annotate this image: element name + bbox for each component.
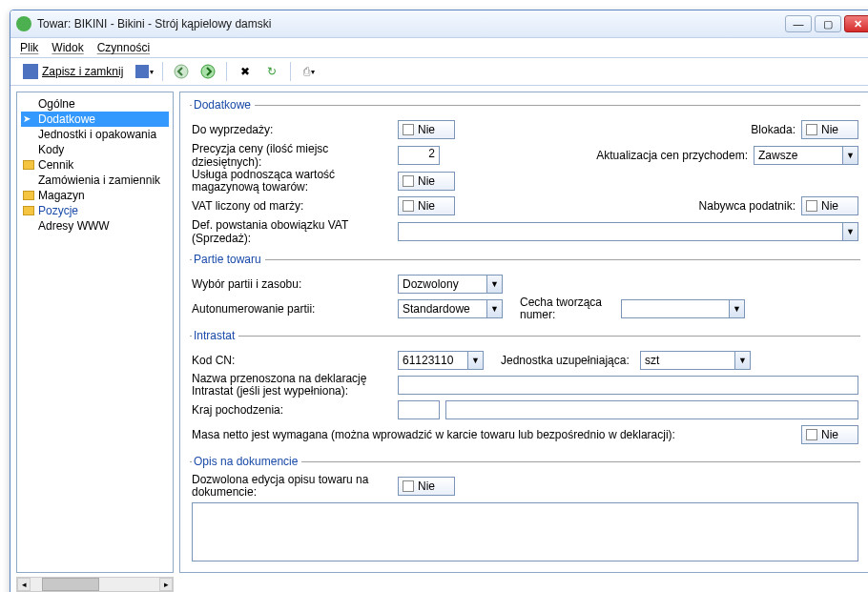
vat-marza-toggle[interactable]: Nie [398, 196, 455, 215]
kraj-label: Kraj pochodzenia: [192, 403, 392, 417]
save-and-close-button[interactable]: Zapisz i zamknij [18, 62, 128, 81]
vat-marza-label: VAT liczony od marży: [192, 199, 392, 213]
masa-toggle[interactable]: Nie [801, 425, 858, 444]
checkbox-icon [403, 175, 414, 187]
close-window-button[interactable]: ✕ [844, 15, 868, 32]
nav-back-button[interactable] [171, 61, 192, 82]
nav-item-dodatkowe[interactable]: ➤Dodatkowe [21, 112, 169, 127]
group-dodatkowe: Dodatkowe Do wyprzedaży: Nie Blokada: Ni… [190, 98, 860, 247]
nav-sidebar: Ogólne ➤Dodatkowe Jednostki i opakowania… [16, 92, 174, 573]
usluga-label: Usługa podnosząca wartość magazynową tow… [192, 169, 392, 194]
nav-current-arrow-icon: ➤ [23, 113, 31, 124]
wybor-partii-label: Wybór partii i zasobu: [192, 277, 392, 291]
refresh-button[interactable]: ↻ [261, 61, 282, 82]
menu-widok[interactable]: Widok [52, 41, 83, 54]
wybor-partii-combo[interactable]: Dozwolony▼ [398, 275, 503, 294]
chevron-down-icon: ▼ [842, 147, 858, 164]
refresh-icon: ↻ [267, 65, 277, 78]
svg-point-1 [201, 65, 215, 78]
precyzja-input[interactable]: 2 [398, 146, 440, 165]
nabywca-label: Nabywca podatnik: [681, 199, 796, 213]
folder-icon [23, 206, 34, 215]
nav-item-jednostki[interactable]: Jednostki i opakowania [21, 127, 169, 142]
print-button[interactable]: ⎙▾ [299, 61, 320, 82]
wrench-icon: ✖ [240, 65, 250, 78]
cecha-label: Cecha tworząca numer: [520, 296, 615, 321]
chevron-down-icon: ▼ [486, 276, 502, 293]
checkbox-icon [403, 200, 414, 212]
printer-icon: ⎙ [303, 65, 310, 78]
nazwa-intrastat-label: Nazwa przenoszona na deklarację Intrasta… [192, 373, 392, 398]
precyzja-label: Precyzja ceny (ilość miejsc dziesiętnych… [192, 142, 392, 169]
nav-item-zamowienia[interactable]: Zamówienia i zamiennik [21, 173, 169, 188]
group-intrastat: Intrastat Kod CN: 61123110▼ Jednostka uz… [190, 329, 860, 449]
maximize-button[interactable]: ▢ [815, 15, 841, 32]
nav-item-ogolne[interactable]: Ogólne [21, 96, 169, 112]
aktualizacja-label: Aktualizacja cen przychodem: [465, 149, 748, 162]
nav-forward-button[interactable] [197, 61, 218, 82]
kraj-name-input[interactable] [445, 400, 858, 419]
menu-bar: Plik Widok Czynności [10, 38, 868, 58]
checkbox-icon [403, 480, 414, 492]
jednostka-combo[interactable]: szt▼ [640, 351, 751, 370]
nav-item-kody[interactable]: Kody [21, 142, 169, 157]
group-partie-legend: Partie towaru [192, 253, 265, 266]
nav-item-cennik[interactable]: Cennik [21, 157, 169, 173]
blokada-toggle[interactable]: Nie [801, 120, 858, 139]
group-opis-legend: Opis na dokumencie [192, 455, 301, 468]
menu-czynnosci[interactable]: Czynności [97, 41, 150, 54]
jednostka-label: Jednostka uzupełniająca: [501, 354, 634, 367]
autonum-combo[interactable]: Standardowe▼ [398, 299, 503, 318]
group-dodatkowe-legend: Dodatkowe [192, 98, 255, 112]
autonum-label: Autonumerowanie partii: [192, 302, 392, 316]
floppy-small-icon [135, 65, 149, 78]
do-wyprzedazy-toggle[interactable]: Nie [398, 120, 455, 139]
nazwa-intrastat-input[interactable] [398, 376, 858, 395]
title-bar: Towar: BIKINI - Bikini - Strój kąpielowy… [10, 10, 868, 38]
checkbox-icon [806, 200, 817, 212]
chevron-down-icon: ▼ [729, 300, 744, 317]
window-title: Towar: BIKINI - Bikini - Strój kąpielowy… [37, 17, 785, 31]
dozw-edycja-label: Dozwolona edycja opisu towaru na dokumen… [192, 474, 392, 499]
minimize-button[interactable]: — [785, 15, 812, 32]
nabywca-toggle[interactable]: Nie [801, 196, 858, 215]
folder-icon [23, 191, 34, 200]
sidebar-hscrollbar[interactable]: ◂▸ [16, 577, 174, 592]
save-dropdown-button[interactable]: ▾ [134, 61, 155, 82]
aktualizacja-combo[interactable]: Zawsze▼ [754, 146, 858, 165]
checkbox-icon [403, 124, 414, 135]
nav-item-adresy[interactable]: Adresy WWW [21, 218, 169, 234]
save-and-close-label: Zapisz i zamknij [42, 65, 123, 78]
masa-label: Masa netto jest wymagana (można wprowadz… [192, 428, 796, 441]
kodcn-label: Kod CN: [192, 354, 392, 367]
tools-button[interactable]: ✖ [235, 61, 256, 82]
toolbar: Zapisz i zamknij ▾ ✖ ↻ ⎙▾ [10, 58, 868, 86]
nav-item-pozycje[interactable]: Pozycje [21, 203, 169, 218]
do-wyprzedazy-label: Do wyprzedaży: [192, 123, 392, 136]
arrow-left-icon [174, 64, 189, 79]
cecha-combo[interactable]: ▼ [621, 299, 745, 318]
checkbox-icon [806, 124, 817, 135]
def-vat-combo[interactable]: ▼ [398, 222, 858, 241]
folder-icon [23, 160, 34, 170]
group-intrastat-legend: Intrastat [192, 329, 238, 342]
kraj-code-input[interactable] [398, 400, 440, 419]
menu-plik[interactable]: Plik [20, 41, 38, 54]
main-panel: Dodatkowe Do wyprzedaży: Nie Blokada: Ni… [179, 92, 868, 573]
group-partie: Partie towaru Wybór partii i zasobu: Doz… [190, 253, 860, 323]
window: Towar: BIKINI - Bikini - Strój kąpielowy… [10, 10, 868, 592]
chevron-down-icon: ▼ [734, 352, 750, 369]
group-opis: Opis na dokumencie Dozwolona edycja opis… [190, 455, 860, 563]
chevron-down-icon: ▼ [842, 223, 858, 240]
blokada-label: Blokada: [691, 123, 796, 136]
opis-textarea[interactable] [192, 502, 858, 561]
chevron-down-icon: ▼ [467, 352, 483, 369]
nav-item-magazyn[interactable]: Magazyn [21, 188, 169, 203]
arrow-right-icon [200, 64, 216, 79]
usluga-toggle[interactable]: Nie [398, 172, 455, 191]
kodcn-combo[interactable]: 61123110▼ [398, 351, 484, 370]
checkbox-icon [806, 429, 817, 440]
dozw-edycja-toggle[interactable]: Nie [398, 477, 455, 496]
svg-point-0 [175, 65, 188, 78]
floppy-icon [23, 64, 38, 79]
